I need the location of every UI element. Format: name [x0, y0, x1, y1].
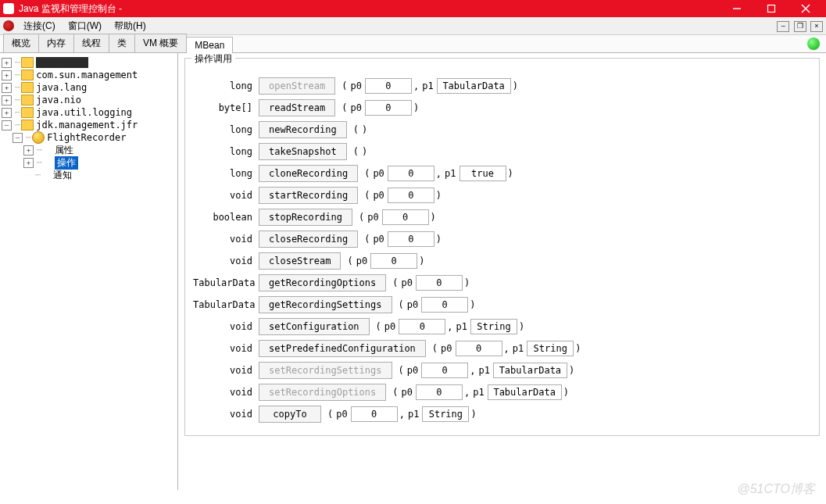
tree-node-flightrecorder[interactable]: –┈FlightRecorder — [0, 131, 177, 144]
param-input[interactable] — [456, 341, 502, 356]
param-input[interactable] — [388, 188, 434, 203]
return-type: void — [193, 409, 259, 420]
tree-node-com-sun-management[interactable]: +┈com.sun.management — [0, 69, 177, 81]
operations-group: 操作调用 longopenStream(p0,p1)byte[]readStre… — [184, 58, 820, 436]
param-label: p1 — [456, 321, 467, 332]
param-input[interactable] — [470, 319, 517, 334]
paren-close: ) — [513, 80, 518, 91]
param-label: p0 — [336, 409, 347, 420]
tree-node-java-util-logging[interactable]: +┈java.util.logging — [0, 106, 177, 119]
tree-label: jdk.management.jfr — [36, 120, 138, 130]
paren-open: ( — [399, 299, 404, 310]
tree-node-java-nio[interactable]: +┈java.nio — [0, 94, 177, 106]
param-label: p1 — [422, 80, 433, 91]
operation-row: voidcloseRecording(p0) — [193, 231, 811, 248]
param-input[interactable] — [351, 406, 398, 422]
param-input[interactable] — [422, 406, 469, 422]
tree-node-notifications[interactable]: ┈通知 — [0, 169, 177, 181]
param-input[interactable] — [365, 100, 412, 116]
param-label: p0 — [350, 80, 361, 91]
paren-close: ) — [419, 256, 424, 266]
leaf-icon — [43, 145, 52, 155]
return-type: long — [193, 146, 259, 157]
param-input[interactable] — [399, 319, 445, 334]
return-type: void — [193, 387, 259, 398]
mbean-tree[interactable]: +┈. +┈com.sun.management +┈java.lang +┈j… — [0, 53, 178, 490]
mdi-minimize-icon[interactable]: – — [777, 21, 789, 32]
tab-overview[interactable]: 概览 — [3, 34, 39, 52]
paren-close: ) — [563, 387, 569, 398]
param-input[interactable] — [365, 78, 412, 94]
mdi-close-icon[interactable]: × — [810, 21, 823, 32]
return-type: long — [193, 80, 259, 91]
param-label: p1 — [408, 409, 419, 420]
param-input[interactable] — [421, 297, 468, 313]
invoke-getRecordingSettings-button[interactable]: getRecordingSettings — [259, 296, 392, 313]
tree-label: java.lang — [36, 82, 87, 93]
paren-open: ( — [347, 256, 352, 266]
invoke-setPredefinedConfiguration-button[interactable]: setPredefinedConfiguration — [259, 340, 426, 357]
menu-help[interactable]: 帮助(H) — [108, 18, 152, 34]
tree-label-selected: 操作 — [55, 156, 78, 170]
param-input[interactable] — [459, 166, 506, 181]
invoke-closeRecording-button[interactable]: closeRecording — [259, 231, 358, 248]
paren-close: ) — [431, 212, 436, 223]
tree-label: 通知 — [53, 169, 72, 182]
paren-open: ( — [364, 190, 370, 201]
tree-node-attributes[interactable]: +┈属性 — [0, 144, 177, 156]
tree-node-jdk-management-jfr[interactable]: –┈jdk.management.jfr — [0, 119, 177, 131]
return-type: void — [193, 256, 259, 266]
paren-close: ) — [413, 102, 419, 113]
tab-memory[interactable]: 内存 — [38, 34, 74, 52]
param-input[interactable] — [527, 341, 574, 356]
operation-row: longcloneRecording(p0,p1) — [193, 165, 811, 182]
param-input[interactable] — [493, 363, 567, 378]
param-label: p0 — [356, 256, 367, 266]
param-input[interactable] — [382, 209, 429, 225]
menu-window[interactable]: 窗口(W) — [62, 18, 108, 34]
param-input[interactable] — [416, 275, 463, 291]
folder-icon — [21, 120, 34, 130]
paren-close: ) — [575, 343, 581, 354]
menu-connect[interactable]: 连接(C) — [17, 18, 62, 34]
paren-open: ( — [364, 168, 370, 179]
param-input[interactable] — [437, 78, 511, 94]
invoke-takeSnapshot-button[interactable]: takeSnapshot — [259, 143, 347, 160]
param-input[interactable] — [416, 384, 463, 400]
invoke-startRecording-button[interactable]: startRecording — [259, 187, 358, 204]
tree-node-java-lang[interactable]: +┈java.lang — [0, 81, 177, 94]
invoke-readStream-button[interactable]: readStream — [259, 99, 335, 116]
minimize-button[interactable] — [720, 0, 754, 17]
tree-label: FlightRecorder — [47, 132, 126, 143]
invoke-stopRecording-button[interactable]: stopRecording — [259, 209, 352, 226]
tree-node-operations[interactable]: +┈操作 — [0, 156, 177, 169]
invoke-getRecordingOptions-button[interactable]: getRecordingOptions — [259, 274, 386, 291]
invoke-closeStream-button[interactable]: closeStream — [259, 252, 341, 270]
param-input[interactable] — [488, 384, 562, 400]
param-input[interactable] — [370, 253, 417, 269]
operation-row: longtakeSnapshot() — [193, 143, 811, 160]
invoke-cloneRecording-button[interactable]: cloneRecording — [259, 165, 358, 182]
paren-open: ( — [392, 277, 398, 288]
invoke-setConfiguration-button[interactable]: setConfiguration — [259, 318, 370, 335]
tab-classes[interactable]: 类 — [109, 34, 135, 52]
close-button[interactable] — [788, 0, 823, 17]
return-type: void — [193, 365, 259, 376]
invoke-newRecording-button[interactable]: newRecording — [259, 121, 347, 138]
folder-icon — [21, 82, 34, 93]
param-input[interactable] — [421, 363, 468, 378]
return-type: void — [193, 234, 259, 245]
return-type: TabularData — [193, 277, 259, 288]
tab-vm-summary[interactable]: VM 概要 — [134, 34, 187, 52]
return-type: void — [193, 321, 259, 332]
tab-threads[interactable]: 线程 — [73, 34, 109, 52]
invoke-copyTo-button[interactable]: copyTo — [259, 406, 321, 423]
tree-node-redacted[interactable]: +┈. — [0, 56, 177, 69]
maximize-button[interactable] — [754, 0, 788, 17]
param-label: p1 — [513, 343, 524, 354]
param-input[interactable] — [388, 231, 434, 247]
param-label: p1 — [473, 387, 484, 398]
param-input[interactable] — [388, 166, 434, 181]
mdi-restore-icon[interactable]: ❐ — [794, 21, 806, 32]
tab-mbean[interactable]: MBean — [186, 37, 233, 53]
